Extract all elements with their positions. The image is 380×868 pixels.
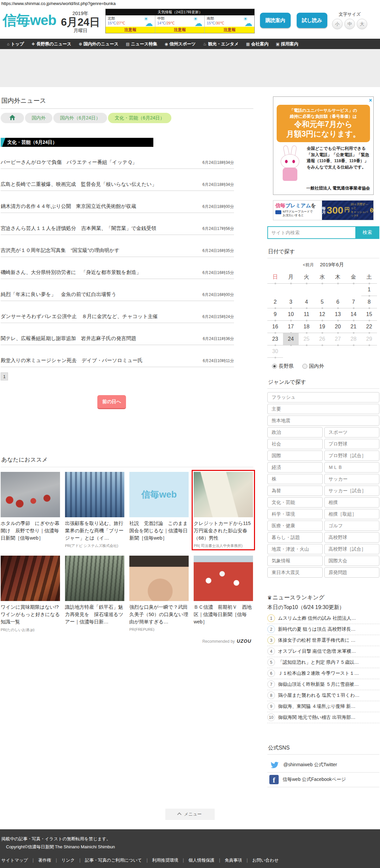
genre-button[interactable]: プロ野球 bbox=[324, 439, 380, 449]
footer-link[interactable]: 免責事項 bbox=[214, 858, 242, 863]
search-button[interactable]: 検索 bbox=[355, 226, 379, 239]
calendar-day[interactable]: 7 bbox=[346, 296, 361, 308]
genre-button[interactable]: 高校野球 bbox=[324, 532, 380, 542]
calendar-day[interactable]: 30 bbox=[267, 345, 283, 358]
ranking-text[interactable]: 御嶽海、東関脇 ４場所ぶり復帰 新… bbox=[278, 704, 355, 710]
calendar-day[interactable] bbox=[267, 284, 283, 296]
calendar-day[interactable]: 14 bbox=[346, 308, 361, 321]
footer-link[interactable]: お問い合わせ bbox=[242, 858, 279, 863]
ranking-text[interactable]: 御嶽海関 地元で熱い稽古 出羽海部… bbox=[278, 714, 355, 720]
calendar-day[interactable] bbox=[346, 345, 361, 358]
calendar-day[interactable] bbox=[283, 284, 299, 296]
ranking-text[interactable]: オスプレイ目撃 南信で急増 米軍横… bbox=[278, 648, 356, 654]
footer-link[interactable]: リンク bbox=[51, 858, 75, 863]
ad-close-icon[interactable]: × bbox=[369, 97, 372, 103]
previous-day-button[interactable]: 前の日へ bbox=[97, 395, 126, 409]
nav-item[interactable]: ♨ 観光・エンタメ bbox=[199, 41, 242, 47]
card-title[interactable]: ワインに賞味期限はない!?ワインがもっと好きになる知識一覧 bbox=[1, 604, 60, 625]
calendar-day[interactable]: 28 bbox=[346, 333, 361, 345]
menu-button[interactable]: メニュー bbox=[165, 809, 215, 820]
calendar-day[interactable]: 21 bbox=[346, 321, 361, 333]
news-row[interactable]: ダンサーそろわずバレエ公演中止 ８月に金沢など、チャコット主催 6月24日15時… bbox=[1, 301, 234, 323]
footer-link[interactable]: 利用推奨環境 bbox=[142, 858, 178, 863]
news-row[interactable]: 鏑木清方の名作４４年ぶり公開 東京国立近代美術館が収蔵 6月24日18時00分 bbox=[1, 191, 234, 213]
calendar-day[interactable]: 11 bbox=[299, 308, 314, 321]
calendar-day[interactable]: 25 bbox=[299, 333, 314, 345]
news-row[interactable]: 純烈「年末に良い夢を」 金魚の前で紅白出場誓う 6月24日16時00分 bbox=[1, 279, 234, 301]
news-title[interactable]: 鏑木清方の名作４４年ぶり公開 東京国立近代美術館が収蔵 bbox=[1, 203, 136, 210]
calendar-day[interactable]: 23 bbox=[267, 333, 283, 345]
ranking-item[interactable]: 5 「認知症恐れ」と判定 県内７５歳以… bbox=[267, 657, 379, 668]
ranking-text[interactable]: 「認知症恐れ」と判定 県内７５歳以… bbox=[278, 659, 359, 665]
genre-button[interactable]: ゴルフ bbox=[324, 521, 380, 531]
nav-item[interactable]: ▣ 採用案内 bbox=[272, 41, 302, 47]
news-title[interactable]: 吉沢亮が１０周年記念写真集 “国宝級”の理由明かす bbox=[1, 247, 119, 254]
genre-button[interactable]: 為替 bbox=[267, 486, 323, 496]
facebook-link[interactable]: f 信毎web 公式Facebookページ bbox=[267, 773, 379, 787]
ranking-text[interactable]: 体操女子の松村 世界選手権代表に … bbox=[278, 638, 355, 643]
footer-link[interactable]: 個人情報保護 bbox=[178, 858, 215, 863]
nav-item[interactable]: ▦ 会社案内 bbox=[242, 41, 272, 47]
news-title[interactable]: 純烈「年末に良い夢を」 金魚の前で紅白出場誓う bbox=[1, 291, 116, 298]
recommend-card[interactable]: 強烈な口臭が一瞬で？武田久美子（50）の口臭ない理由が簡単すぎる… PR(FRE… bbox=[129, 556, 189, 632]
genre-button[interactable]: フラッシュ bbox=[267, 392, 379, 402]
calendar-day[interactable]: 22 bbox=[361, 321, 377, 333]
news-title[interactable]: ダンサーそろわずバレエ公演中止 ８月に金沢など、チャコット主催 bbox=[1, 313, 158, 320]
calendar-day[interactable]: 15 bbox=[361, 308, 377, 321]
recommend-card[interactable]: 諏訪地方特産「鉄平石」魅力再発見を 採石場巡るツアー｜信濃毎日新… bbox=[65, 556, 124, 632]
genre-button[interactable]: 社会 bbox=[267, 439, 323, 449]
genre-button[interactable]: 東日本大震災 bbox=[267, 567, 323, 578]
news-row[interactable]: 宮迫さんら芸人１１人を謹慎処分 吉本興業、「闇営業」で金銭受領 6月24日17時… bbox=[1, 213, 234, 235]
calendar-day[interactable]: 17 bbox=[283, 321, 299, 333]
footer-link[interactable]: サイトマップ bbox=[1, 858, 28, 863]
calendar-prev-month[interactable]: <前月 bbox=[303, 262, 314, 267]
genre-button[interactable]: 地震・津波・火山 bbox=[267, 544, 323, 554]
ranking-item[interactable]: 7 御嶽山頂近く昨秋新築 ５月に雪崩被… bbox=[267, 679, 379, 690]
ranking-text[interactable]: 鶏小屋また襲われる 塩尻で１羽くわ… bbox=[278, 692, 360, 699]
genre-button[interactable]: 科学・環境 bbox=[267, 509, 323, 519]
subscribe-button[interactable]: 購読案内 bbox=[260, 13, 291, 28]
genre-button[interactable]: 気象情報 bbox=[267, 556, 323, 566]
genre-button[interactable]: サッカー［試合］ bbox=[324, 486, 380, 496]
calendar-day[interactable]: 9 bbox=[267, 308, 283, 321]
calendar-day[interactable]: 19 bbox=[314, 321, 330, 333]
nav-item[interactable]: ▤ ニュース特集 bbox=[122, 41, 161, 47]
news-title[interactable]: 関テレ、広報番組延期し謝罪追加 岩井志麻子氏の発言問題 bbox=[1, 335, 136, 342]
news-row[interactable]: 広島と長崎で二重被爆、映画完成 監督会見「核いらない伝えたい」 6月24日18時… bbox=[1, 169, 234, 191]
font-size-button[interactable]: 小 bbox=[332, 19, 343, 29]
nav-item[interactable]: ⊕ 国内外のニュース bbox=[75, 41, 122, 47]
ranking-item[interactable]: 9 御嶽海、東関脇 ４場所ぶり復帰 新… bbox=[267, 701, 379, 712]
card-title[interactable]: クレジットカードから115万円返金された影山安春（68）男性 bbox=[194, 520, 253, 541]
ranking-item[interactable]: 8 鶏小屋また襲われる 塩尻で１羽くわ… bbox=[267, 690, 379, 701]
ranking-text[interactable]: 御嶽山頂近く昨秋新築 ５月に雪崩被… bbox=[278, 681, 359, 687]
genre-button[interactable]: 文化・芸能 bbox=[267, 497, 323, 507]
footer-link[interactable]: 著作権 bbox=[28, 858, 51, 863]
news-row[interactable]: 吉沢亮が１０周年記念写真集 “国宝級”の理由明かす 6月24日16時35分 bbox=[1, 235, 234, 257]
news-title[interactable]: 宮迫さんら芸人１１人を謹慎処分 吉本興業、「闇営業」で金銭受領 bbox=[1, 225, 156, 231]
calendar-day[interactable]: 24 bbox=[283, 333, 299, 345]
footer-link[interactable]: 記事・写真のご利用について bbox=[75, 858, 142, 863]
news-row[interactable]: 殿堂入りの米ミュージシャン死去 デイブ・バーソロミュー氏 6月24日10時11分 bbox=[1, 345, 234, 367]
news-title[interactable]: 殿堂入りの米ミュージシャン死去 デイブ・バーソロミュー氏 bbox=[1, 358, 143, 364]
genre-button[interactable]: 主要 bbox=[267, 404, 379, 414]
calendar-day[interactable] bbox=[330, 345, 346, 358]
genre-button[interactable]: 国際 bbox=[267, 451, 323, 461]
news-title[interactable]: バービーさんがロケで負傷 バラエティー番組「イッテＱ」 bbox=[1, 159, 137, 165]
ranking-item[interactable]: 1 ムスリム土葬 信州の試み 社団法人… bbox=[267, 613, 379, 624]
genre-button[interactable]: 高校野球［試合］ bbox=[324, 544, 380, 554]
card-title[interactable]: 強烈な口臭が一瞬で？武田久美子（50）の口臭ない理由が簡単すぎる… bbox=[129, 604, 189, 625]
genre-button[interactable]: 暮らし・話題 bbox=[267, 532, 323, 542]
genre-button[interactable]: 経済 bbox=[267, 462, 323, 472]
trial-read-button[interactable]: 試し読み bbox=[297, 13, 327, 28]
ranking-item[interactable]: 2 新時代の夏 狙うは頂点 高校野球長… bbox=[267, 624, 379, 635]
breadcrumb-item[interactable]: 国内外 bbox=[25, 113, 52, 123]
radio-option[interactable]: 長野県 bbox=[272, 363, 293, 369]
radio-option[interactable]: 国内外 bbox=[302, 363, 324, 369]
calendar-day[interactable] bbox=[299, 284, 314, 296]
card-title[interactable]: 社説 党首討論 このまま国会を閉じるな｜信濃毎日新聞［信毎web］ bbox=[129, 520, 189, 541]
nav-item[interactable]: ❖ 長野県のニュース bbox=[28, 41, 75, 47]
genre-button[interactable]: 熊本地震 bbox=[267, 415, 379, 426]
genre-button[interactable]: 原発問題 bbox=[324, 567, 380, 578]
font-size-button[interactable]: 大 bbox=[357, 19, 367, 29]
calendar-day[interactable]: 20 bbox=[330, 321, 346, 333]
